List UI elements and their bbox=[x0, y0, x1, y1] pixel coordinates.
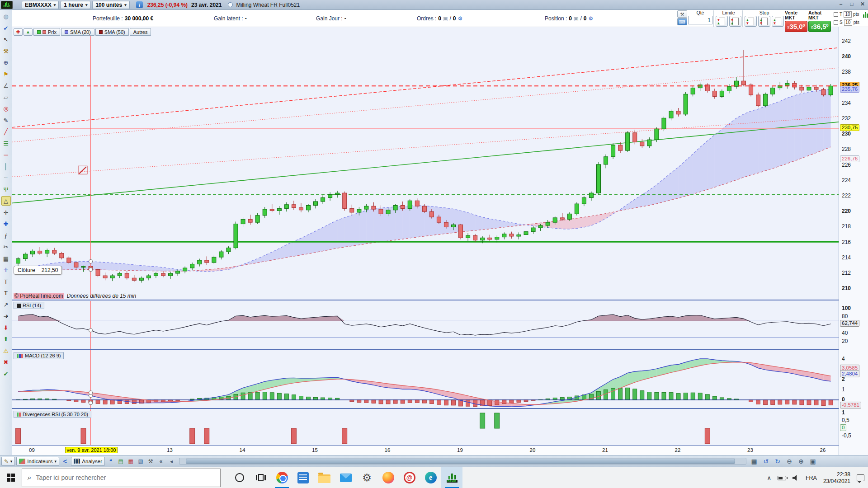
collapse-icon[interactable]: « bbox=[156, 457, 165, 466]
watchlist-icon[interactable]: ▦ bbox=[126, 457, 135, 466]
hline-icon[interactable]: ─ bbox=[1, 150, 11, 160]
fullscreen-icon[interactable]: ▣ bbox=[808, 457, 817, 466]
share-icon[interactable]: < bbox=[61, 457, 70, 466]
divergence-pane-label[interactable]: Divergences RSI (5 30 70 20) bbox=[14, 411, 91, 418]
tools-icon[interactable]: ⚒ bbox=[1, 47, 11, 56]
scrollbar-thumb[interactable] bbox=[186, 459, 735, 464]
horizontal-scrollbar[interactable] bbox=[179, 458, 746, 465]
cursor-icon[interactable]: ↖ bbox=[1, 35, 11, 44]
scroll-left-icon[interactable]: ◂ bbox=[167, 457, 176, 466]
units-selector[interactable]: 100 unités ▾ bbox=[92, 1, 129, 9]
stop-order-button-2[interactable]: ▲▼ bbox=[758, 16, 770, 27]
stop-checkbox[interactable] bbox=[834, 20, 838, 25]
limite-buy-order-button[interactable]: ▼▲ bbox=[729, 16, 741, 27]
arrow-right-icon[interactable]: ➔ bbox=[1, 311, 11, 321]
arrow-up-icon[interactable]: ⬆ bbox=[1, 334, 11, 344]
macd-chart[interactable] bbox=[12, 350, 839, 408]
check-tool-icon[interactable]: ✔ bbox=[1, 369, 11, 379]
arrow-down-icon[interactable]: ⬇ bbox=[1, 323, 11, 333]
indicateurs-button[interactable]: Indicateurs ▾ bbox=[16, 457, 59, 466]
file-explorer-icon[interactable] bbox=[314, 467, 335, 488]
chart-window-icon[interactable]: ▧ bbox=[136, 457, 145, 466]
close-tool-icon[interactable]: ✖ bbox=[1, 357, 11, 367]
orders-gear-icon[interactable]: ⚙ bbox=[458, 15, 462, 22]
price-axis-column[interactable]: 2102122142162182202222242262282302322342… bbox=[839, 27, 868, 455]
cut-icon[interactable]: ✂ bbox=[1, 242, 11, 252]
mail-icon[interactable] bbox=[335, 467, 356, 488]
orders-list-icon[interactable]: ▣ bbox=[443, 16, 448, 22]
levels-icon[interactable]: ☰ bbox=[1, 139, 11, 148]
add-price-object-button[interactable]: ✚ bbox=[14, 28, 23, 36]
trendline-icon[interactable]: ╱ bbox=[1, 127, 11, 136]
orders-check-icon[interactable]: ✔ bbox=[1, 23, 11, 33]
tab-prix[interactable]: Prix bbox=[33, 28, 60, 36]
arrow-ne-icon[interactable]: ↗ bbox=[1, 300, 11, 310]
news-icon[interactable]: ▤ bbox=[116, 457, 125, 466]
warning-icon[interactable]: ⚠ bbox=[1, 346, 11, 356]
clock[interactable]: 22:38 23/04/2021 bbox=[823, 471, 850, 485]
stop-order-button-1[interactable]: ▲▼ bbox=[745, 16, 757, 27]
redo-icon[interactable]: ↻ bbox=[773, 457, 782, 466]
trade-keyboard-icon[interactable]: ⌨ bbox=[677, 18, 687, 25]
prorealtime-icon[interactable]: DEMO bbox=[441, 467, 462, 488]
search-input[interactable] bbox=[36, 474, 198, 481]
pane-separator[interactable] bbox=[12, 349, 839, 350]
time-axis[interactable]: 0913141516192021222326ven. 9 avr. 2021 1… bbox=[12, 445, 839, 455]
cross-tool-icon[interactable]: ✛ bbox=[1, 208, 11, 217]
firefox-icon[interactable] bbox=[377, 467, 399, 488]
ruler-icon[interactable]: ▱ bbox=[1, 93, 11, 102]
alert-flag-icon[interactable]: ⚑ bbox=[1, 70, 11, 79]
add-icon[interactable]: ✚ bbox=[1, 219, 11, 229]
instrument-selector[interactable]: EBMXXXX ▾ bbox=[22, 1, 59, 9]
trade-settings-wrench-icon[interactable]: ⚒ bbox=[677, 10, 687, 18]
divergence-chart[interactable] bbox=[12, 409, 839, 445]
rsi-chart[interactable] bbox=[12, 301, 839, 349]
language-indicator[interactable]: FRA bbox=[806, 475, 817, 481]
draw-tool-button[interactable]: ✎ ▾ bbox=[1, 457, 15, 466]
move-icon[interactable]: ✛ bbox=[1, 265, 11, 275]
chat-icon[interactable]: ❝ bbox=[106, 457, 115, 466]
speaker-icon[interactable] bbox=[793, 475, 799, 481]
backtest-icon[interactable]: ⚒ bbox=[146, 457, 155, 466]
pitchfork-icon[interactable]: Ψ bbox=[1, 185, 11, 194]
chart-style-button[interactable]: ▲ bbox=[24, 28, 33, 36]
timeframe-selector[interactable]: 1 heure ▾ bbox=[61, 1, 90, 9]
zoom-in-icon[interactable]: ⊕ bbox=[797, 457, 806, 466]
position-gear-icon[interactable]: ⚙ bbox=[588, 15, 593, 22]
document-app-icon[interactable] bbox=[292, 467, 314, 488]
notification-center-icon[interactable] bbox=[857, 474, 864, 481]
target-checkbox[interactable] bbox=[834, 12, 838, 17]
target-icon[interactable]: ◎ bbox=[1, 104, 11, 113]
fibonacci-icon[interactable]: ƒ bbox=[1, 231, 11, 240]
task-view-button[interactable] bbox=[250, 467, 271, 488]
text2-tool-icon[interactable]: T bbox=[1, 288, 11, 298]
text-tool-icon[interactable]: T bbox=[1, 277, 11, 286]
cortana-button[interactable] bbox=[229, 467, 250, 488]
pane-separator[interactable] bbox=[12, 300, 839, 300]
measure-icon[interactable]: ∠ bbox=[1, 81, 11, 90]
price-chart[interactable] bbox=[12, 33, 839, 297]
minimize-button[interactable]: – bbox=[837, 1, 844, 7]
settings-icon[interactable]: ⚙ bbox=[356, 467, 377, 488]
contract-radio-icon[interactable] bbox=[228, 2, 233, 7]
grid-tool-icon[interactable]: ▦ bbox=[1, 254, 11, 263]
triangle-tool-icon[interactable]: △ bbox=[1, 196, 11, 206]
edge-icon[interactable]: e bbox=[420, 467, 441, 488]
s-pts-input[interactable]: 10 bbox=[844, 19, 852, 26]
close-button[interactable]: ✕ bbox=[859, 1, 866, 7]
rsi-pane-label[interactable]: RSI (14) bbox=[14, 302, 44, 309]
vline-icon[interactable]: │ bbox=[1, 162, 11, 171]
pane-separator[interactable] bbox=[12, 408, 839, 409]
macd-pane-label[interactable]: MACD (12 26 9) bbox=[14, 352, 64, 359]
buy-mkt-button[interactable]: 236,50 bbox=[808, 21, 831, 32]
tab-sma-20-[interactable]: SMA (20) bbox=[61, 28, 94, 36]
start-button[interactable] bbox=[0, 467, 22, 488]
sell-mkt-button[interactable]: 235,00 bbox=[785, 21, 807, 32]
tab-autres[interactable]: Autres bbox=[130, 28, 151, 36]
t-pts-input[interactable]: 10 bbox=[844, 11, 852, 18]
panel-layout-icon[interactable]: ▦ bbox=[750, 457, 759, 466]
dotted-line-icon[interactable]: ┈ bbox=[1, 173, 11, 183]
pencil-tool-icon[interactable]: ✎ bbox=[1, 116, 11, 125]
maximize-button[interactable]: □ bbox=[848, 1, 855, 7]
analyser-button[interactable]: [ ] Analyser bbox=[71, 457, 105, 466]
